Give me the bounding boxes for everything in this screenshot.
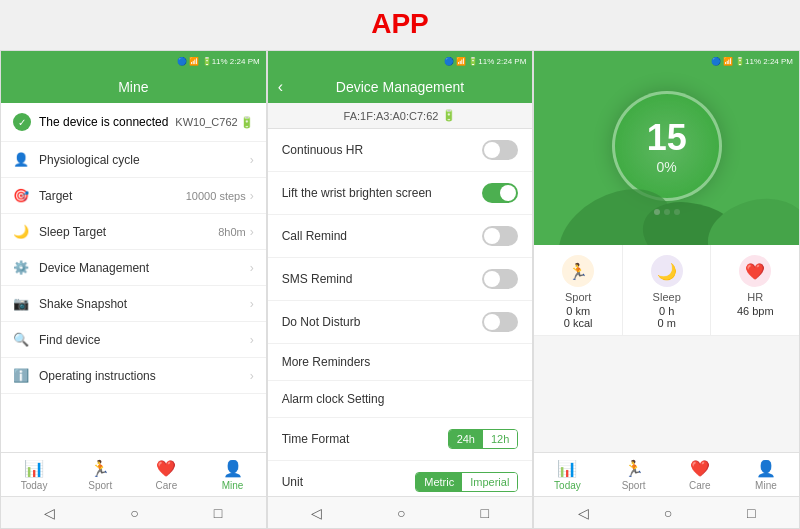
device-name: KW10_C762 (175, 116, 237, 128)
status-icons-2: 🔵 📶 🔋11% 2:24 PM (444, 57, 526, 66)
sys-nav-1: ◁ ○ □ (1, 496, 266, 528)
nav-mine-1[interactable]: 👤 Mine (200, 453, 266, 496)
time-format-label: Time Format (282, 432, 448, 446)
shake-label: Shake Snapshot (39, 297, 250, 311)
battery-icon: 🔋 (240, 116, 254, 129)
device-id-bar: FA:1F:A3:A0:C7:62 🔋 (268, 103, 533, 129)
shake-snapshot-item[interactable]: 📷 Shake Snapshot › (1, 286, 266, 322)
sport-km: 0 km (566, 305, 590, 317)
mine-header: Mine (1, 71, 266, 103)
recent-btn-3[interactable]: □ (747, 505, 755, 521)
sms-remind-toggle[interactable] (482, 269, 518, 289)
nav-mine-label-3: Mine (755, 480, 777, 491)
sport-stat-name: Sport (565, 291, 591, 303)
sleep-stat-icon: 🌙 (651, 255, 683, 287)
back-arrow[interactable]: ‹ (278, 78, 283, 96)
recent-btn-2[interactable]: □ (480, 505, 488, 521)
alarm-clock-row[interactable]: Alarm clock Setting (268, 381, 533, 418)
home-btn-3[interactable]: ○ (664, 505, 672, 521)
target-item[interactable]: 🎯 Target 10000 steps › (1, 178, 266, 214)
step-count: 15 (647, 117, 687, 159)
sport-stat: 🏃 Sport 0 km 0 kcal (534, 245, 623, 335)
time-format-row: Time Format 24h 12h (268, 418, 533, 461)
shake-chevron: › (250, 297, 254, 311)
metric-btn[interactable]: Metric (416, 473, 462, 491)
dashboard-bottom-nav: 📊 Today 🏃 Sport ❤️ Care 👤 Mine (534, 452, 799, 496)
connected-check-icon: ✓ (13, 113, 31, 131)
nav-sport-label-3: Sport (622, 480, 646, 491)
sport-icon-3: 🏃 (624, 459, 644, 478)
connected-text: The device is connected (39, 115, 168, 129)
stats-row: 🏃 Sport 0 km 0 kcal 🌙 Sleep 0 h 0 m ❤️ H… (534, 245, 799, 336)
time-format-selector: 24h 12h (448, 429, 519, 449)
dashboard-panel: 🔵 📶 🔋11% 2:24 PM 15 0% � (533, 50, 800, 529)
sleep-m: 0 m (658, 317, 676, 329)
do-not-disturb-label: Do Not Disturb (282, 315, 483, 329)
imperial-btn[interactable]: Imperial (462, 473, 517, 491)
do-not-disturb-toggle[interactable] (482, 312, 518, 332)
nav-sport-label-1: Sport (88, 480, 112, 491)
sleep-target-item[interactable]: 🌙 Sleep Target 8h0m › (1, 214, 266, 250)
nav-mine-3[interactable]: 👤 Mine (733, 453, 799, 496)
mine-title: Mine (118, 79, 148, 95)
find-label: Find device (39, 333, 250, 347)
continuous-hr-toggle[interactable] (482, 140, 518, 160)
instructions-label: Operating instructions (39, 369, 250, 383)
device-id-text: FA:1F:A3:A0:C7:62 (344, 110, 439, 122)
more-reminders-row[interactable]: More Reminders (268, 344, 533, 381)
leaf-decoration (534, 185, 799, 245)
nav-care-1[interactable]: ❤️ Care (133, 453, 199, 496)
home-btn-1[interactable]: ○ (130, 505, 138, 521)
find-chevron: › (250, 333, 254, 347)
app-title: APP (0, 8, 800, 40)
lift-wrist-toggle[interactable] (482, 183, 518, 203)
sleep-icon: 🌙 (13, 224, 31, 239)
nav-care-3[interactable]: ❤️ Care (667, 453, 733, 496)
device-battery-icon: 🔋 (442, 109, 456, 122)
mine-panel: 🔵 📶 🔋11% 2:24 PM Mine ✓ The device is co… (0, 50, 267, 529)
sport-kcal: 0 kcal (564, 317, 593, 329)
sleep-h: 0 h (659, 305, 674, 317)
sms-remind-row: SMS Remind (268, 258, 533, 301)
back-btn-3[interactable]: ◁ (578, 505, 589, 521)
step-percent: 0% (657, 159, 677, 175)
time-12h-btn[interactable]: 12h (483, 430, 517, 448)
nav-today-1[interactable]: 📊 Today (1, 453, 67, 496)
time-24h-btn[interactable]: 24h (449, 430, 483, 448)
physiological-chevron: › (250, 153, 254, 167)
back-btn-1[interactable]: ◁ (44, 505, 55, 521)
sleep-target-value: 8h0m (218, 226, 246, 238)
device-settings-content: Continuous HR Lift the wrist brighten sc… (268, 129, 533, 496)
status-bar-2: 🔵 📶 🔋11% 2:24 PM (268, 51, 533, 71)
mine-icon-1: 👤 (223, 459, 243, 478)
nav-sport-1[interactable]: 🏃 Sport (67, 453, 133, 496)
home-btn-2[interactable]: ○ (397, 505, 405, 521)
find-icon: 🔍 (13, 332, 31, 347)
recent-btn-1[interactable]: □ (214, 505, 222, 521)
mine-icon-3: 👤 (756, 459, 776, 478)
sys-nav-2: ◁ ○ □ (268, 496, 533, 528)
device-panel: 🔵 📶 🔋11% 2:24 PM ‹ Device Management FA:… (267, 50, 534, 529)
status-bar-1: 🔵 📶 🔋11% 2:24 PM (1, 51, 266, 71)
lift-wrist-row: Lift the wrist brighten screen (268, 172, 533, 215)
device-mgmt-item[interactable]: ⚙️ Device Management › (1, 250, 266, 286)
sms-remind-label: SMS Remind (282, 272, 483, 286)
call-remind-toggle[interactable] (482, 226, 518, 246)
nav-today-3[interactable]: 📊 Today (534, 453, 600, 496)
hr-stat-icon: ❤️ (739, 255, 771, 287)
continuous-hr-row: Continuous HR (268, 129, 533, 172)
operating-instructions-item[interactable]: ℹ️ Operating instructions › (1, 358, 266, 394)
do-not-disturb-row: Do Not Disturb (268, 301, 533, 344)
device-mgmt-chevron: › (250, 261, 254, 275)
find-device-item[interactable]: 🔍 Find device › (1, 322, 266, 358)
mine-content: ✓ The device is connected KW10_C762 🔋 👤 … (1, 103, 266, 452)
call-remind-label: Call Remind (282, 229, 483, 243)
back-btn-2[interactable]: ◁ (311, 505, 322, 521)
physiological-item[interactable]: 👤 Physiological cycle › (1, 142, 266, 178)
unit-row: Unit Metric Imperial (268, 461, 533, 496)
sleep-stat-name: Sleep (653, 291, 681, 303)
continuous-hr-label: Continuous HR (282, 143, 483, 157)
alarm-clock-label: Alarm clock Setting (282, 392, 519, 406)
nav-care-label-1: Care (156, 480, 178, 491)
nav-sport-3[interactable]: 🏃 Sport (601, 453, 667, 496)
